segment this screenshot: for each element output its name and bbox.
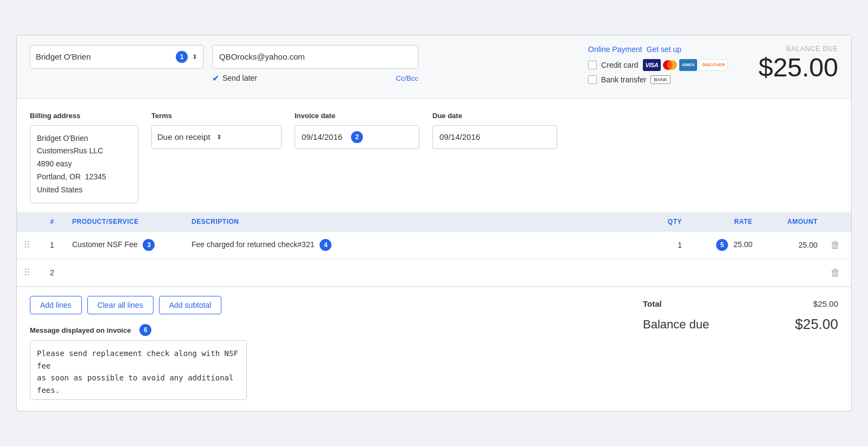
delete-row-2-button[interactable]: 🗑 [831,267,840,279]
clear-all-lines-button[interactable]: Clear all lines [87,296,154,314]
email-column: QBOrocks@yahoo.com ✔ Send later Cc/Bcc [212,45,418,83]
balance-due-footer-value: $25.00 [795,316,838,333]
footer-left: Add lines Clear all lines Add subtotal M… [30,296,643,402]
table-header-row: # PRODUCT/SERVICE DESCRIPTION QTY RATE A… [17,212,851,231]
send-later-label: Send later [222,74,257,82]
balance-due-header-label: BALANCE DUE [758,45,838,53]
invoice-date-label: Invoice date [295,112,419,120]
invoice-table: # PRODUCT/SERVICE DESCRIPTION QTY RATE A… [17,212,851,287]
action-buttons: Add lines Clear all lines Add subtotal [30,296,643,314]
table-section: # PRODUCT/SERVICE DESCRIPTION QTY RATE A… [17,212,851,287]
footer-right: Total $25.00 Balance due $25.00 [643,296,838,337]
total-value: $25.00 [813,299,838,308]
customer-dropdown-icon[interactable]: ⬍ [192,53,197,61]
online-payment-section: Online Payment Get set up Credit card VI… [588,45,728,88]
col-desc-header: DESCRIPTION [185,212,634,231]
qty-cell-1[interactable]: 1 [634,231,688,259]
product-cell-1[interactable]: Customer NSF Fee 3 [66,231,185,259]
customer-badge: 1 [176,51,188,63]
invoice-date-col: Invoice date 09/14/2016 2 [295,112,419,204]
address-line-5: United States [37,184,131,197]
add-subtotal-button[interactable]: Add subtotal [159,296,222,314]
customer-name: Bridget O'Brien [36,52,171,61]
delete-row-1-button[interactable]: 🗑 [831,240,840,251]
balance-due-footer-label: Balance due [643,318,709,332]
balance-due-header: BALANCE DUE $25.00 [758,45,838,82]
send-later-checkbox[interactable]: ✔ [212,73,219,83]
description-cell-2[interactable] [185,259,634,287]
address-line-1: Bridget O'Brien [37,132,131,145]
bank-transfer-option: Bank transfer BANK [588,75,728,84]
add-lines-button[interactable]: Add lines [30,296,82,314]
online-payment-title: Online Payment Get set up [588,45,728,54]
balance-due-row: Balance due $25.00 [643,312,838,337]
description-cell-1[interactable]: Fee charged for returned check#321 4 [185,231,634,259]
terms-select[interactable]: Due on receipt ⬍ [151,125,282,149]
table-row: ⠿ 1 Customer NSF Fee 3 Fee charged for r… [17,231,851,259]
drag-handle-icon-2: ⠿ [23,267,30,278]
email-field[interactable]: QBOrocks@yahoo.com [212,45,418,69]
invoice-container: Bridget O'Brien 1 ⬍ QBOrocks@yahoo.com ✔… [16,35,852,412]
cc-bcc-link[interactable]: Cc/Bcc [396,74,418,82]
discover-icon: DISCOVER [699,59,728,71]
rate-badge-1: 5 [716,239,728,251]
row-num-1: 1 [39,231,66,259]
col-drag-header [17,212,39,231]
billing-address-col: Billing address Bridget O'Brien Customer… [30,112,138,204]
invoice-date-badge: 2 [351,131,363,143]
invoice-date-input[interactable]: 09/14/2016 2 [295,125,419,149]
due-date-input[interactable]: 09/14/2016 [432,125,557,149]
col-delete-header [824,212,851,231]
customer-field[interactable]: Bridget O'Brien 1 ⬍ [30,45,203,69]
billing-address-box[interactable]: Bridget O'Brien CustomersRus LLC 4890 ea… [30,125,138,204]
qty-cell-2[interactable] [634,259,688,287]
product-cell-2[interactable] [66,259,185,287]
amount-cell-2 [759,259,824,287]
billing-address-label: Billing address [30,112,138,120]
product-badge-1: 3 [143,239,155,251]
drag-handle-cell[interactable]: ⠿ [17,231,39,259]
rate-cell-2[interactable] [688,259,759,287]
due-date-col: Due date 09/14/2016 [432,112,557,204]
amex-icon: AMEX [679,59,697,71]
drag-handle-icon: ⠿ [23,240,30,250]
bank-transfer-checkbox[interactable] [588,75,597,84]
terms-col: Terms Due on receipt ⬍ [151,112,282,204]
card-badges: VISA AMEX DISCOVER [643,59,729,71]
form-section: Billing address Bridget O'Brien Customer… [17,99,851,213]
terms-label: Terms [151,112,282,120]
col-num-header: # [39,212,66,231]
row-num-2: 2 [39,259,66,287]
total-label: Total [643,299,662,308]
due-date-label: Due date [432,112,557,120]
invoice-date-value: 09/14/2016 [302,132,342,141]
delete-cell-1[interactable]: 🗑 [824,231,851,259]
delete-cell-2[interactable]: 🗑 [824,259,851,287]
send-later-row: ✔ Send later Cc/Bcc [212,73,418,83]
rate-cell-1[interactable]: 5 25.00 [688,231,759,259]
svg-point-2 [668,60,672,70]
drag-handle-cell-2[interactable]: ⠿ [17,259,39,287]
col-qty-header: QTY [634,212,688,231]
terms-dropdown-icon: ⬍ [216,133,276,141]
bank-icon: BANK [650,75,671,84]
col-rate-header: RATE [688,212,759,231]
message-label: Message displayed on invoice 6 [30,324,643,336]
message-textarea[interactable]: Please send replacement check along with… [30,340,247,400]
mastercard-icon [662,59,678,71]
message-badge: 6 [139,324,151,336]
balance-due-header-amount: $25.00 [758,53,838,82]
address-line-3: 4890 easy [37,158,131,171]
col-amount-header: AMOUNT [759,212,824,231]
get-set-up-link[interactable]: Get set up [647,45,682,54]
visa-icon: VISA [643,59,661,71]
address-line-4: Portland, OR 12345 [37,171,131,184]
credit-card-option: Credit card VISA AMEX DISCOVER [588,59,728,71]
credit-card-checkbox[interactable] [588,61,597,69]
credit-card-label: Credit card [601,61,638,69]
terms-value: Due on receipt [157,132,216,141]
due-date-value: 09/14/2016 [439,132,480,141]
address-line-2: CustomersRus LLC [37,145,131,158]
table-row: ⠿ 2 🗑 [17,259,851,287]
bank-transfer-label: Bank transfer [601,75,646,84]
